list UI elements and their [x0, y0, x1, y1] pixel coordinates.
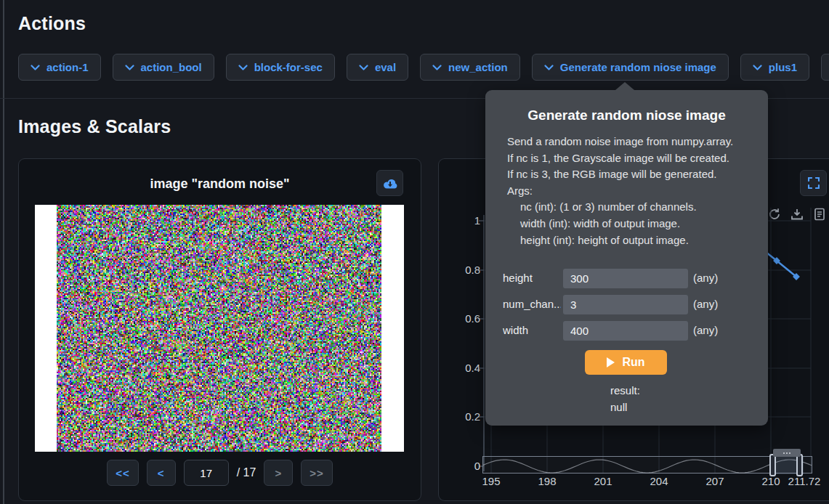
chevron-down-icon: [359, 65, 368, 70]
action-button-partial[interactable]: [821, 54, 829, 81]
image-card: image "random noise" << < / 17 > >>: [18, 158, 421, 501]
y-tick-label: 0.2: [444, 411, 480, 423]
page-total-label: / 17: [237, 466, 256, 479]
field-type-label: (any): [693, 298, 718, 310]
popup-title: Generate random niose image: [485, 107, 768, 123]
rangeslider-wave: [483, 457, 812, 474]
result-block: result: null: [610, 382, 640, 415]
noise-image: [57, 205, 381, 452]
chevron-down-icon: [31, 65, 40, 70]
x-tick-label: 207: [705, 476, 724, 487]
field-label: num_chan...: [503, 298, 561, 310]
action-button-label: new_action: [448, 61, 508, 73]
y-tick-label: 0.6: [444, 313, 480, 325]
field-row-num-channels: num_chan... (any): [485, 295, 768, 314]
action-button-label: action_bool: [141, 61, 202, 73]
actions-heading: Actions: [18, 13, 86, 34]
action-button-label: block-for-sec: [254, 61, 323, 73]
rangeslider-handle-right[interactable]: [796, 454, 803, 476]
field-label: height: [503, 272, 561, 284]
chevron-down-icon: [432, 65, 442, 70]
images-scalars-heading: Images & Scalars: [18, 116, 171, 137]
prev-page-button[interactable]: <: [147, 460, 176, 486]
chevron-down-icon: [238, 65, 248, 70]
description-line: Send a random noise image from numpy.arr…: [507, 134, 755, 150]
x-tick-label: 195: [482, 476, 500, 487]
action-button-plus1[interactable]: plus1: [740, 54, 809, 81]
action-button-label: plus1: [769, 61, 797, 73]
description-line: If nc is 3, the RGB image will be genera…: [507, 166, 755, 183]
action-button-new-action[interactable]: new_action: [420, 54, 520, 81]
field-type-label: (any): [693, 272, 718, 284]
width-field[interactable]: [563, 321, 688, 341]
y-tick-label: 1: [444, 215, 480, 227]
image-pagination: << < / 17 > >>: [19, 460, 421, 486]
y-tick-label: 0: [444, 460, 480, 472]
chevron-down-icon: [125, 65, 134, 70]
description-line: width (int): width of output image.: [507, 216, 755, 232]
result-value: null: [610, 399, 640, 415]
y-tick-label: 0.8: [444, 264, 480, 276]
action-button-block-for-sec[interactable]: block-for-sec: [226, 54, 335, 81]
run-button[interactable]: Run: [585, 350, 667, 375]
chevron-down-icon: [544, 65, 554, 70]
rangeslider-grabber[interactable]: [773, 449, 801, 457]
height-field[interactable]: [563, 269, 688, 288]
chevron-down-icon: [753, 65, 762, 70]
num-channels-field[interactable]: [563, 295, 688, 314]
x-tick-label: 204: [650, 476, 668, 487]
x-tick-label: 201: [594, 476, 612, 487]
field-row-height: height (any): [485, 269, 768, 288]
description-line: If nc is 1, the Grayscale image will be …: [507, 150, 755, 167]
action-popup: Generate random niose image Send a rando…: [485, 90, 768, 426]
next-page-button[interactable]: >: [264, 460, 293, 486]
first-page-button[interactable]: <<: [107, 460, 139, 486]
app-root: Actions action-1 action_bool block-for-s…: [0, 0, 829, 504]
x-tick-label: 210: [761, 476, 780, 487]
result-label: result:: [610, 382, 640, 399]
description-line: nc (int): (1 or 3) number of channels.: [507, 199, 755, 216]
action-button-eval[interactable]: eval: [347, 54, 408, 81]
action-button-label: eval: [375, 61, 396, 73]
description-line: height (int): height of output image.: [507, 232, 755, 249]
field-type-label: (any): [693, 324, 718, 336]
field-row-width: width (any): [485, 321, 768, 341]
left-scrollbar[interactable]: [3, 0, 4, 504]
action-button-generate-random-niose-image[interactable]: Generate random niose image: [532, 54, 729, 81]
actions-button-row: action-1 action_bool block-for-sec eval …: [18, 54, 829, 81]
y-tick-label: 0.4: [444, 362, 480, 374]
popup-description: Send a random noise image from numpy.arr…: [507, 134, 755, 248]
play-icon: [607, 357, 615, 367]
x-tick-label: 198: [538, 476, 556, 487]
rangeslider[interactable]: [482, 456, 812, 473]
rangeslider-handle-left[interactable]: [769, 454, 776, 476]
action-button-action-bool[interactable]: action_bool: [113, 54, 214, 81]
action-button-label: action-1: [46, 61, 89, 73]
field-label: width: [503, 324, 561, 336]
image-card-title: image "random noise": [19, 176, 421, 192]
action-button-label: Generate random niose image: [560, 61, 716, 73]
x-tick-label: 211.72: [788, 476, 821, 487]
cloud-download-icon: [383, 178, 397, 189]
cloud-download-button[interactable]: [376, 170, 403, 196]
description-line: Args:: [507, 183, 755, 200]
run-button-label: Run: [622, 356, 644, 369]
page-number-input[interactable]: [184, 460, 229, 486]
action-button-action-1[interactable]: action-1: [18, 54, 101, 81]
popup-arrow: [615, 82, 634, 90]
last-page-button[interactable]: >>: [301, 460, 333, 486]
noise-image-frame: [35, 205, 404, 452]
